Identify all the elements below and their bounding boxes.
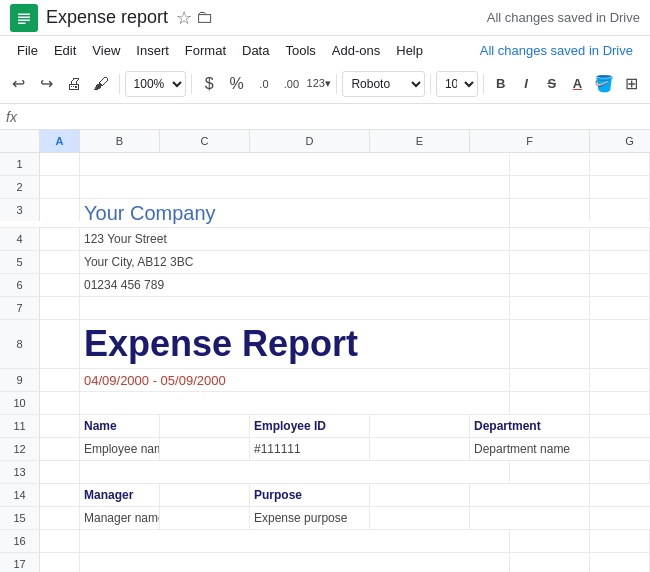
paint-format-button[interactable]: 🖌 xyxy=(88,70,113,98)
text-color-button[interactable]: A xyxy=(566,71,590,97)
menu-tools[interactable]: Tools xyxy=(278,40,322,61)
rownum-6[interactable]: 6 xyxy=(0,274,40,296)
cell-g11[interactable] xyxy=(590,415,650,437)
cell-a3[interactable] xyxy=(40,199,80,221)
col-header-c[interactable]: C xyxy=(160,130,250,152)
cell-h7[interactable] xyxy=(590,297,650,319)
menu-file[interactable]: File xyxy=(10,40,45,61)
col-header-e[interactable]: E xyxy=(370,130,470,152)
rownum-13[interactable]: 13 xyxy=(0,461,40,483)
cell-d14-purpose-lbl[interactable]: Purpose xyxy=(250,484,370,506)
rownum-1[interactable]: 1 xyxy=(0,153,40,175)
cell-b2-span[interactable] xyxy=(80,176,510,198)
cell-b3-company[interactable]: Your Company xyxy=(80,199,510,227)
cell-g10[interactable] xyxy=(510,392,590,414)
cell-b10-span[interactable] xyxy=(80,392,510,414)
cell-d15-purpose-val[interactable]: Expense purpose xyxy=(250,507,370,529)
cell-h1[interactable] xyxy=(590,153,650,175)
cell-b11-name-lbl[interactable]: Name xyxy=(80,415,160,437)
cell-f14[interactable] xyxy=(470,484,590,506)
italic-button[interactable]: I xyxy=(514,71,538,97)
menu-help[interactable]: Help xyxy=(389,40,430,61)
cell-a7[interactable] xyxy=(40,297,80,319)
folder-icon[interactable]: 🗀 xyxy=(196,7,214,28)
decimal-decrease-button[interactable]: .0 xyxy=(251,70,276,98)
rownum-2[interactable]: 2 xyxy=(0,176,40,198)
cell-b15-mgr-val[interactable]: Manager name xyxy=(80,507,160,529)
cell-f12-dept-val[interactable]: Department name xyxy=(470,438,590,460)
cell-g9[interactable] xyxy=(510,369,590,391)
cell-h2[interactable] xyxy=(590,176,650,198)
zoom-select[interactable]: 100% xyxy=(125,71,186,97)
cell-g13[interactable] xyxy=(510,461,590,483)
menu-view[interactable]: View xyxy=(85,40,127,61)
cell-g4[interactable] xyxy=(510,228,590,250)
cell-g7[interactable] xyxy=(510,297,590,319)
star-icon[interactable]: ☆ xyxy=(176,7,192,29)
cell-c14[interactable] xyxy=(160,484,250,506)
cell-a12[interactable] xyxy=(40,438,80,460)
decimal-increase-button[interactable]: .00 xyxy=(279,70,304,98)
rownum-8[interactable]: 8 xyxy=(0,320,40,368)
cell-h6[interactable] xyxy=(590,274,650,296)
cell-f15[interactable] xyxy=(470,507,590,529)
cell-c11[interactable] xyxy=(160,415,250,437)
col-header-a[interactable]: A xyxy=(40,130,80,152)
rownum-14[interactable]: 14 xyxy=(0,484,40,506)
rownum-12[interactable]: 12 xyxy=(0,438,40,460)
rownum-7[interactable]: 7 xyxy=(0,297,40,319)
cell-d11-empid-lbl[interactable]: Employee ID xyxy=(250,415,370,437)
col-header-f[interactable]: F xyxy=(470,130,590,152)
cell-g15[interactable] xyxy=(590,507,650,529)
cell-b4-address1[interactable]: 123 Your Street xyxy=(80,228,510,250)
print-button[interactable]: 🖨 xyxy=(61,70,86,98)
cell-e14[interactable] xyxy=(370,484,470,506)
cell-b17-span[interactable] xyxy=(80,553,510,572)
cell-g1[interactable] xyxy=(510,153,590,175)
cell-b14-mgr-lbl[interactable]: Manager xyxy=(80,484,160,506)
col-header-g[interactable]: G xyxy=(590,130,650,152)
bold-button[interactable]: B xyxy=(489,71,513,97)
menu-edit[interactable]: Edit xyxy=(47,40,83,61)
cell-c15[interactable] xyxy=(160,507,250,529)
cell-g2[interactable] xyxy=(510,176,590,198)
format-number-button[interactable]: 123▾ xyxy=(306,70,331,98)
cell-g12[interactable] xyxy=(590,438,650,460)
cell-e11[interactable] xyxy=(370,415,470,437)
cell-b8-title[interactable]: Expense Report xyxy=(80,320,510,368)
rownum-15[interactable]: 15 xyxy=(0,507,40,529)
rownum-16[interactable]: 16 xyxy=(0,530,40,552)
cell-g17[interactable] xyxy=(510,553,590,572)
cell-a11[interactable] xyxy=(40,415,80,437)
cell-b5-address2[interactable]: Your City, AB12 3BC xyxy=(80,251,510,273)
font-size-select[interactable]: 10 xyxy=(436,71,478,97)
cell-a4[interactable] xyxy=(40,228,80,250)
strikethrough-button[interactable]: S xyxy=(540,71,564,97)
font-select[interactable]: Roboto xyxy=(342,71,425,97)
cell-h5[interactable] xyxy=(590,251,650,273)
formula-input[interactable] xyxy=(25,109,644,124)
cell-b1-span[interactable] xyxy=(80,153,510,175)
cell-d12-empid-val[interactable]: #111111 xyxy=(250,438,370,460)
cell-f11-dept-lbl[interactable]: Department xyxy=(470,415,590,437)
cell-h16[interactable] xyxy=(590,530,650,552)
cell-a2[interactable] xyxy=(40,176,80,198)
rownum-9[interactable]: 9 xyxy=(0,369,40,391)
col-header-d[interactable]: D xyxy=(250,130,370,152)
cell-a1[interactable] xyxy=(40,153,80,175)
currency-button[interactable]: $ xyxy=(196,70,221,98)
rownum-11[interactable]: 11 xyxy=(0,415,40,437)
cell-g3[interactable] xyxy=(510,199,590,221)
cell-h17[interactable] xyxy=(590,553,650,572)
cell-a10[interactable] xyxy=(40,392,80,414)
cell-h4[interactable] xyxy=(590,228,650,250)
cell-b16-span[interactable] xyxy=(80,530,510,552)
menu-format[interactable]: Format xyxy=(178,40,233,61)
cell-g5[interactable] xyxy=(510,251,590,273)
cell-a16[interactable] xyxy=(40,530,80,552)
undo-button[interactable]: ↩ xyxy=(6,70,31,98)
rownum-5[interactable]: 5 xyxy=(0,251,40,273)
menu-addons[interactable]: Add-ons xyxy=(325,40,387,61)
rownum-17[interactable]: 17 xyxy=(0,553,40,572)
cell-a5[interactable] xyxy=(40,251,80,273)
